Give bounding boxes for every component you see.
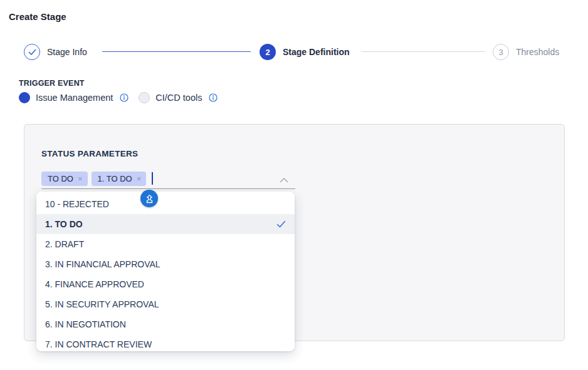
option-label: 2. DRAFT [45, 239, 84, 249]
dropdown-option[interactable]: 6. IN NEGOTIATION [36, 314, 295, 334]
radio-selected-dot [19, 92, 30, 103]
step-1-indicator [24, 44, 40, 60]
step-stage-info[interactable]: Stage Info [24, 43, 87, 61]
option-label: 5. IN SECURITY APPROVAL [45, 299, 159, 309]
close-icon[interactable]: × [137, 175, 142, 183]
chip-label: 1. TO DO [98, 174, 132, 183]
step-3-indicator: 3 [493, 44, 509, 60]
step-thresholds[interactable]: 3 Thresholds [493, 43, 559, 61]
step-3-label: Thresholds [516, 47, 559, 57]
selected-chip: TO DO × [41, 172, 88, 186]
dropdown-option[interactable]: 10 - REJECTED [36, 194, 295, 214]
text-cursor [152, 172, 153, 185]
trigger-event-options: Issue Management CI/CD tools [19, 91, 218, 104]
trigger-event-label: TRIGGER EVENT [19, 79, 85, 88]
stepper-connector-completed [102, 51, 251, 52]
status-parameters-heading: STATUS PARAMETERS [41, 149, 138, 158]
radio-issue-management[interactable]: Issue Management [19, 92, 129, 103]
chip-label: TO DO [48, 174, 73, 183]
status-dropdown-list: 10 - REJECTED 1. TO DO 2. DRAFT 3. IN FI… [36, 192, 295, 351]
check-icon [276, 220, 286, 228]
pointer-up-icon [145, 194, 154, 203]
radio-unselected-dot [139, 92, 150, 103]
page-title: Create Stage [9, 11, 66, 22]
option-label: 6. IN NEGOTIATION [45, 319, 126, 329]
step-2-label: Stage Definition [283, 47, 350, 57]
dropdown-option[interactable]: 3. IN FINANCIAL APPROVAL [36, 254, 295, 274]
dropdown-option[interactable]: 5. IN SECURITY APPROVAL [36, 294, 295, 314]
info-icon[interactable] [120, 93, 129, 102]
status-parameters-multiselect-input[interactable]: TO DO × 1. TO DO × [41, 172, 295, 189]
step-2-indicator: 2 [260, 44, 276, 60]
option-label: 7. IN CONTRACT REVIEW [45, 339, 152, 349]
option-label: 4. FINANCE APPROVED [45, 279, 144, 289]
chevron-up-icon[interactable] [280, 177, 288, 183]
selected-chip: 1. TO DO × [92, 172, 147, 186]
dropdown-option[interactable]: 7. IN CONTRACT REVIEW [36, 334, 295, 351]
radio-issue-management-label: Issue Management [36, 93, 113, 103]
step-2-number: 2 [265, 48, 270, 57]
check-icon [28, 49, 36, 56]
create-stage-screen: Create Stage Stage Info 2 Stage Definiti… [0, 0, 588, 370]
radio-cicd-tools[interactable]: CI/CD tools [139, 92, 218, 103]
info-icon[interactable] [209, 93, 218, 102]
click-indicator-badge [140, 190, 158, 207]
radio-cicd-tools-label: CI/CD tools [155, 93, 202, 103]
dropdown-option[interactable]: 4. FINANCE APPROVED [36, 274, 295, 294]
step-3-number: 3 [498, 48, 503, 57]
stepper-connector-upcoming [362, 51, 485, 52]
option-label: 1. TO DO [45, 219, 83, 229]
dropdown-option-selected[interactable]: 1. TO DO [36, 214, 295, 234]
option-label: 10 - REJECTED [45, 199, 109, 209]
step-stage-definition[interactable]: 2 Stage Definition [260, 43, 350, 61]
step-1-label: Stage Info [47, 47, 87, 57]
close-icon[interactable]: × [78, 175, 83, 183]
option-label: 3. IN FINANCIAL APPROVAL [45, 259, 160, 269]
dropdown-option[interactable]: 2. DRAFT [36, 234, 295, 254]
